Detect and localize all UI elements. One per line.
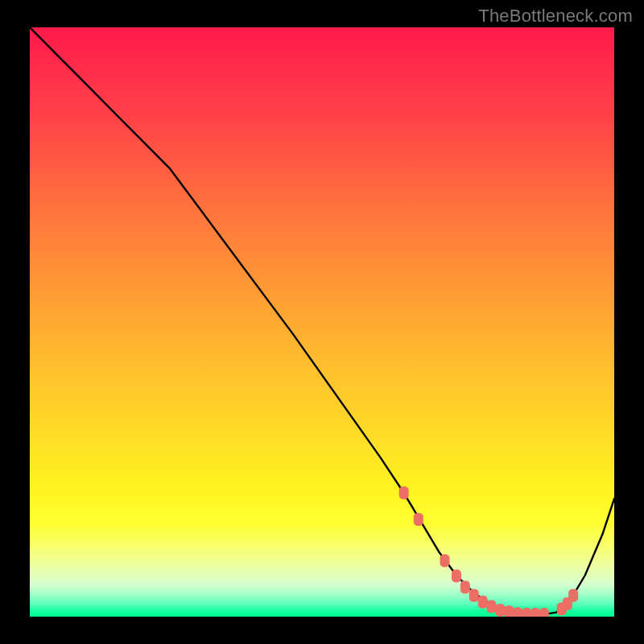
bottleneck-curve-line <box>30 27 614 614</box>
marker-point <box>568 589 578 602</box>
marker-point <box>399 486 409 499</box>
marker-point <box>478 596 488 609</box>
marker-point <box>414 513 423 526</box>
marker-point <box>460 580 470 593</box>
curve-layer <box>30 27 614 617</box>
marker-point <box>530 608 540 617</box>
marker-point <box>522 608 531 617</box>
marker-point <box>440 554 449 567</box>
marker-point <box>513 607 522 617</box>
plot-area <box>30 27 614 617</box>
marker-point <box>504 605 514 617</box>
marker-point <box>539 608 549 617</box>
marker-point <box>452 569 461 582</box>
marker-point <box>469 589 479 602</box>
marker-point <box>495 604 505 617</box>
marker-point <box>487 601 497 613</box>
highlight-markers <box>399 486 579 617</box>
chart-frame: TheBottleneck.com <box>0 0 644 644</box>
watermark-label: TheBottleneck.com <box>478 6 633 27</box>
